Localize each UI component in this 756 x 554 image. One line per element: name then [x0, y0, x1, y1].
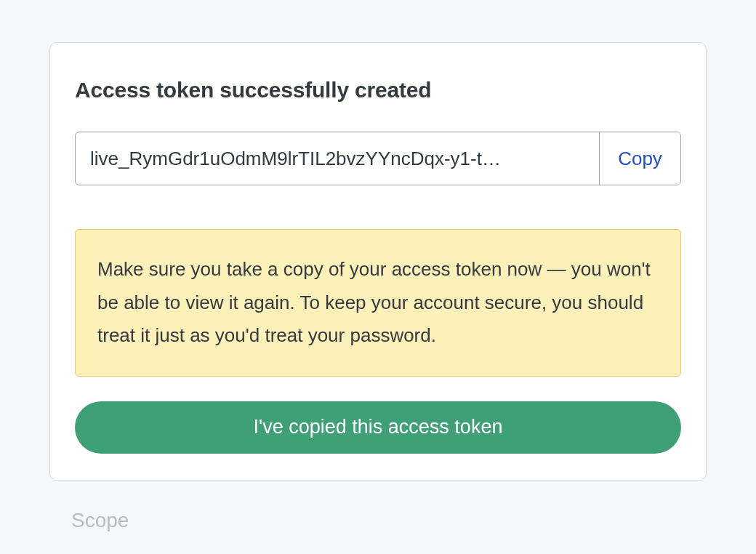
copy-button[interactable]: Copy [599, 132, 680, 185]
modal-title: Access token successfully created [75, 78, 681, 103]
access-token-created-modal: Access token successfully created live_R… [49, 42, 707, 481]
token-value-display[interactable]: live_RymGdr1uOdmM9lrTIL2bvzYYncDqx-y1-t… [76, 132, 599, 185]
confirm-copied-button[interactable]: I've copied this access token [75, 401, 681, 454]
warning-banner: Make sure you take a copy of your access… [75, 229, 681, 377]
token-row: live_RymGdr1uOdmM9lrTIL2bvzYYncDqx-y1-t…… [75, 132, 681, 185]
warning-text: Make sure you take a copy of your access… [97, 253, 659, 353]
backdrop-scope-label: Scope [71, 509, 129, 532]
